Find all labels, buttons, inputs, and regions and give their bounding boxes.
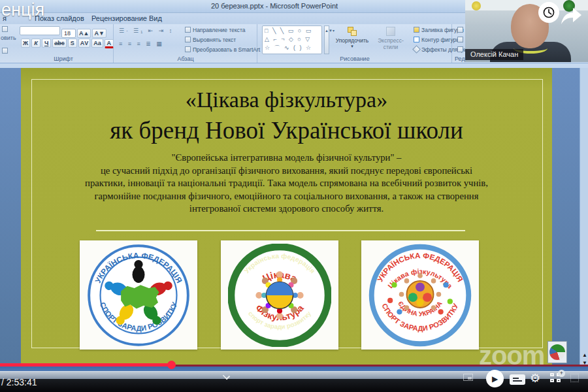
taskbar-emblem-icon[interactable]: [547, 341, 567, 363]
shapes-row[interactable]: ☆ ⌒ ∿ ( ) ☆: [265, 44, 319, 52]
font-name-combobox[interactable]: [20, 26, 60, 35]
progress-bar[interactable]: [0, 363, 588, 370]
tab-view[interactable]: Вид: [149, 14, 162, 22]
clipped-icon: [2, 26, 8, 32]
subtitles-icon[interactable]: [510, 374, 525, 385]
body-line: "Європейська інтегративна модель фізично…: [34, 152, 539, 165]
font-size-combobox[interactable]: 18: [61, 29, 76, 38]
arrange-button[interactable]: Упорядочить ▾: [335, 27, 369, 49]
replace-icon: [457, 37, 463, 42]
time-display: / 2:53:41: [1, 377, 37, 387]
participant-name-tag: Олексій Качан: [465, 49, 523, 60]
ukraine-flag-icon: [266, 282, 293, 308]
extra-control-icon[interactable]: [570, 374, 579, 382]
presentation-slide: «Цікава фізкультура» як бренд Нової Укра…: [21, 68, 552, 365]
federation-logo-card: УКРАЇНСЬКА ФЕДЕРАЦІЯ СПОРТ ЗАРАДИ РОЗВИТ…: [80, 240, 197, 350]
video-player: «Цікава фізкультура» як бренд Нової Укра…: [0, 0, 588, 392]
font-color-button[interactable]: А: [105, 39, 114, 48]
edyna-ukraina-logo-card: УКРАЇНСЬКА ФЕДЕРАЦІЯ Цікава фізкультура …: [361, 240, 479, 350]
font-group: 18А▲А▼ ЖКЧabcSАVАаА Шрифт: [14, 24, 114, 63]
shrink-font-button[interactable]: А▼: [92, 29, 106, 38]
find-icon: [457, 27, 463, 33]
ukraine-map-icon: [121, 285, 159, 308]
smartart-icon: [185, 46, 191, 52]
shapes-scroll-buttons[interactable]: ▲▼▾: [324, 25, 329, 54]
body-line: це сучасний підхід до організації фізичн…: [34, 165, 539, 178]
select-icon: [457, 46, 463, 52]
body-line: практики, інновації та національні тради…: [34, 177, 539, 190]
quick-styles-button[interactable]: Экспресс-стили: [370, 27, 411, 50]
grow-font-button[interactable]: А▲: [77, 29, 91, 38]
arrange-icon: [348, 27, 357, 36]
drawing-group: □ ╲ ╲ ▭ ○ ▭ △ ⌐ ¬ ◇ ○ ▽ ☆ ⌒ ∿ ( ) ☆ ▲▼▾ …: [258, 24, 452, 63]
align-text-command[interactable]: Выровнять текст: [185, 35, 260, 45]
shapes-row[interactable]: □ ╲ ╲ ▭ ○ ▭: [265, 27, 319, 35]
play-button[interactable]: ▶: [486, 370, 504, 387]
body-line: гармонійне поєднання фізичного, емоційно…: [34, 190, 539, 203]
banner-logo-icon: [472, 1, 481, 10]
edyna-ukraina-logo: УКРАЇНСЬКА ФЕДЕРАЦІЯ Цікава фізкультура …: [368, 244, 472, 347]
previous-slide-icon[interactable]: ▲: [582, 353, 587, 358]
cikava-fizkultura-logo: Українська федерація спорт заради розвит…: [228, 244, 331, 347]
share-arrow-icon: [559, 6, 583, 27]
quick-styles-icon: [386, 27, 395, 36]
colorful-ball-icon: [406, 280, 433, 307]
miniplayer-icon[interactable]: [463, 374, 473, 381]
shapes-gallery[interactable]: □ ╲ ╲ ▭ ○ ▭ △ ⌐ ¬ ◇ ○ ▽ ☆ ⌒ ∿ ( ) ☆: [262, 25, 322, 54]
slide-title-line1: «Цікава фізкультура»: [21, 88, 552, 112]
clipped-icon: [2, 48, 8, 54]
paragraph-group-label[interactable]: Абзац: [114, 56, 257, 62]
drawing-group-label[interactable]: Рисование: [258, 56, 451, 62]
bold-button[interactable]: Ж: [21, 39, 30, 48]
clock-icon: [543, 7, 555, 18]
zoom-in-icon[interactable]: +: [558, 370, 565, 377]
bullets-buttons-row[interactable]: ☰∙ ☰₁ ⇤ ⇥ ↕: [119, 27, 174, 35]
change-case-button[interactable]: Аа: [91, 39, 103, 48]
body-line: інтегрованої системи здорового способу ж…: [34, 203, 539, 216]
shape-outline-icon: [414, 37, 419, 42]
cikava-fizkultura-logo-card: Українська федерація спорт заради розвит…: [221, 240, 338, 350]
watch-later-button[interactable]: [538, 2, 559, 23]
slide-title-line2: як бренд Нової Української школи: [21, 116, 552, 144]
text-shadow-button[interactable]: S: [68, 39, 77, 48]
strikethrough-button[interactable]: abc: [52, 39, 67, 48]
convert-smartart-command[interactable]: Преобразовать в SmartArt: [185, 45, 260, 55]
federation-logo: УКРАЇНСЬКА ФЕДЕРАЦІЯ СПОРТ ЗАРАДИ РОЗВИТ…: [87, 244, 190, 347]
powerpoint-workspace-strip: [0, 63, 588, 68]
slide-divider-line: [96, 230, 465, 231]
shape-effects-icon: [412, 45, 421, 54]
font-group-label[interactable]: Шрифт: [14, 56, 113, 62]
progress-scrubber[interactable]: [167, 361, 176, 369]
align-buttons-row[interactable]: ≡ ≡ ≡ ≣ ▦: [119, 40, 164, 48]
video-title-fragment[interactable]: енція: [1, 0, 44, 20]
align-text-icon: [185, 37, 191, 42]
progress-fill: [0, 363, 171, 367]
slide-scrollbar[interactable]: ▲ ▼: [580, 68, 588, 370]
text-direction-command[interactable]: Направление текста: [185, 25, 260, 35]
character-spacing-button[interactable]: АV: [78, 39, 91, 48]
underline-button[interactable]: Ч: [42, 39, 51, 48]
paragraph-group: ☰∙ ☰₁ ⇤ ⇥ ↕ ≡ ≡ ≡ ≣ ▦ Направление текста…: [114, 24, 257, 63]
settings-gear-icon[interactable]: ⚙: [530, 371, 540, 385]
italic-button[interactable]: К: [31, 39, 41, 48]
text-direction-icon: [185, 27, 191, 33]
shape-fill-icon: [414, 27, 419, 33]
slide-body-text: "Європейська інтегративна модель фізично…: [34, 152, 539, 216]
shapes-row[interactable]: △ ⌐ ¬ ◇ ○ ▽: [265, 35, 319, 44]
share-button[interactable]: [559, 6, 583, 27]
tab-review[interactable]: Рецензирование: [91, 14, 147, 22]
